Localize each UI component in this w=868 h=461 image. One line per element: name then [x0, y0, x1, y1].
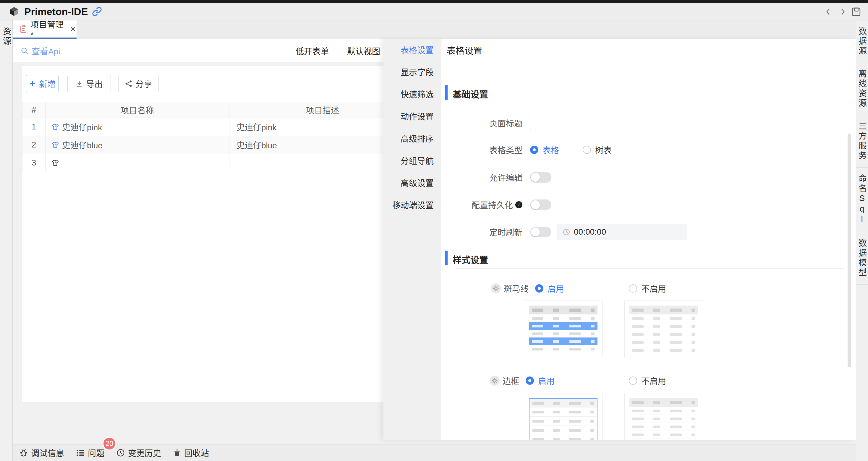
recycle-bin-button[interactable]: 回收站 — [173, 447, 209, 459]
toolbar-item-default-view[interactable]: 默认视图 — [347, 45, 380, 57]
border-disable-group: 不启用 — [629, 372, 666, 389]
info-icon[interactable]: i — [515, 201, 522, 208]
problems-button[interactable]: 问题 20 — [76, 447, 104, 459]
nav-forward-icon[interactable] — [838, 7, 847, 17]
save-icon[interactable] — [851, 6, 862, 17]
menu-item-group-nav[interactable]: 分组导航 — [383, 150, 441, 172]
border-disable-option[interactable]: 不启用 — [641, 375, 666, 387]
add-button[interactable]: 新增 — [26, 75, 59, 92]
project-name-cell: 史迪仔blue — [45, 136, 229, 154]
style-section-title: 样式设置 — [453, 253, 488, 266]
refresh-row: 定时刷新 00:00:00 — [447, 223, 687, 241]
border-disable-radio[interactable] — [629, 376, 637, 385]
border-preview-enabled[interactable] — [524, 393, 602, 440]
trash-icon — [173, 449, 181, 457]
table-header-row: # 项目名称 项目描述 — [23, 102, 383, 118]
basic-section-title: 基础设置 — [453, 87, 488, 100]
panel-scrollbar[interactable] — [847, 134, 851, 367]
panel-divider — [447, 70, 844, 70]
menu-item-table-settings[interactable]: 表格设置 — [383, 39, 441, 62]
radio-tree-table[interactable] — [583, 146, 591, 154]
persist-toggle[interactable] — [530, 199, 551, 210]
share-button[interactable]: 分享 — [118, 75, 159, 92]
problems-badge: 20 — [102, 437, 116, 450]
zebra-disable-option[interactable]: 不启用 — [641, 283, 666, 294]
zebra-disable-group: 不启用 — [629, 280, 666, 297]
history-clock-icon — [116, 448, 125, 457]
radio-table-selected[interactable] — [530, 146, 538, 154]
option-tree-table[interactable]: 树表 — [595, 144, 612, 156]
projects-table: # 项目名称 项目描述 1 史迪仔pink 史迪仔pink 2 史迪仔blue … — [22, 102, 383, 172]
document-icon — [20, 25, 27, 33]
col-header-index[interactable]: # — [23, 102, 45, 118]
project-name-cell — [45, 154, 229, 172]
sidebar-item-data-model[interactable]: 数据模型 — [856, 232, 868, 285]
section-marker — [445, 251, 447, 265]
menu-item-mobile-settings[interactable]: 移动端设置 — [383, 194, 441, 217]
left-sidebar: 资源 — [0, 21, 13, 461]
zebra-label: 斑马线 — [504, 283, 529, 294]
tab-close-icon[interactable] — [69, 25, 76, 33]
menu-item-display-fields[interactable]: 显示字段 — [383, 62, 441, 84]
col-header-project-name[interactable]: 项目名称 — [45, 102, 229, 118]
sidebar-item-third-party-services[interactable]: 三方服务 — [856, 115, 868, 168]
table-row[interactable]: 1 史迪仔pink 史迪仔pink — [23, 118, 383, 136]
nav-back-icon[interactable] — [824, 7, 833, 17]
refresh-time-value: 00:00:00 — [574, 227, 606, 237]
app-window: Primeton-IDE 资源 项目管理* — [0, 0, 868, 461]
zebra-enable-option[interactable]: 启用 — [548, 283, 564, 294]
tab-project-management[interactable]: 项目管理* — [13, 21, 76, 37]
project-desc-cell — [229, 154, 383, 172]
option-table[interactable]: 表格 — [542, 144, 559, 156]
share-icon — [125, 80, 132, 88]
zebra-disable-radio[interactable] — [629, 284, 637, 293]
tshirt-icon — [52, 159, 59, 167]
zebra-preview-disabled[interactable] — [624, 300, 703, 357]
menu-item-advanced-settings[interactable]: 高级设置 — [383, 172, 441, 194]
sidebar-item-resources[interactable]: 资源 — [0, 21, 12, 53]
project-name-cell: 史迪仔pink — [45, 118, 229, 136]
border-enable-radio[interactable] — [526, 376, 534, 385]
zebra-preview-enabled[interactable] — [524, 300, 602, 357]
clock-icon — [563, 228, 570, 236]
table-row[interactable]: 2 史迪仔blue 史迪仔blue — [23, 136, 383, 154]
zebra-enable-radio[interactable] — [535, 284, 544, 293]
sidebar-item-data-source[interactable]: 数据源 — [856, 21, 868, 63]
refresh-label: 定时刷新 — [447, 226, 522, 238]
plus-icon — [29, 80, 36, 87]
border-enable-option[interactable]: 启用 — [538, 375, 555, 387]
tshirt-icon — [52, 141, 59, 149]
col-header-project-desc[interactable]: 项目描述 — [229, 102, 383, 118]
refresh-time-field[interactable]: 00:00:00 — [557, 224, 687, 240]
toolbar-item-lowcode-form[interactable]: 低开表单 — [296, 45, 329, 57]
menu-item-advanced-sort[interactable]: 高级排序 — [383, 128, 441, 150]
settings-menu: 表格设置 显示字段 快速筛选 动作设置 高级排序 分组导航 高级设置 移动端设置 — [383, 39, 441, 440]
change-history-button[interactable]: 变更历史 — [116, 447, 161, 459]
border-setting-row: 边框 启用 — [490, 372, 555, 389]
view-api-link[interactable]: 查看Api — [21, 45, 60, 57]
gear-icon[interactable] — [490, 375, 500, 386]
status-bar: 调试信息 问题 20 变更历史 回收站 — [13, 444, 856, 461]
menu-item-quick-filter[interactable]: 快速筛选 — [383, 84, 441, 106]
settings-panel: 表格设置 显示字段 快速筛选 动作设置 高级排序 分组导航 高级设置 移动端设置… — [383, 39, 856, 440]
allow-edit-toggle[interactable] — [530, 172, 551, 183]
project-desc-cell: 史迪仔pink — [229, 118, 383, 136]
table-row[interactable]: 3 — [23, 154, 383, 172]
export-button[interactable]: 导出 — [67, 75, 111, 92]
row-index-cell: 1 — [23, 118, 45, 136]
title-bar: Primeton-IDE — [0, 3, 868, 21]
page-title-input[interactable] — [530, 114, 674, 131]
gear-icon[interactable] — [491, 284, 501, 293]
sidebar-item-named-sql[interactable]: 命名Sql — [856, 168, 868, 232]
allow-edit-label: 允许编辑 — [447, 171, 522, 183]
debug-info-button[interactable]: 调试信息 — [19, 447, 64, 459]
sidebar-item-offline-resources[interactable]: 离线资源 — [856, 63, 868, 115]
tab-bar: 项目管理* — [13, 21, 856, 39]
refresh-toggle[interactable] — [530, 227, 551, 237]
link-icon[interactable] — [92, 6, 102, 17]
border-preview-disabled[interactable] — [624, 393, 703, 440]
project-desc-cell: 史迪仔blue — [229, 136, 383, 154]
menu-item-action-settings[interactable]: 动作设置 — [383, 106, 441, 128]
persist-label: 配置持久化 i — [447, 199, 522, 211]
download-icon — [75, 80, 83, 88]
